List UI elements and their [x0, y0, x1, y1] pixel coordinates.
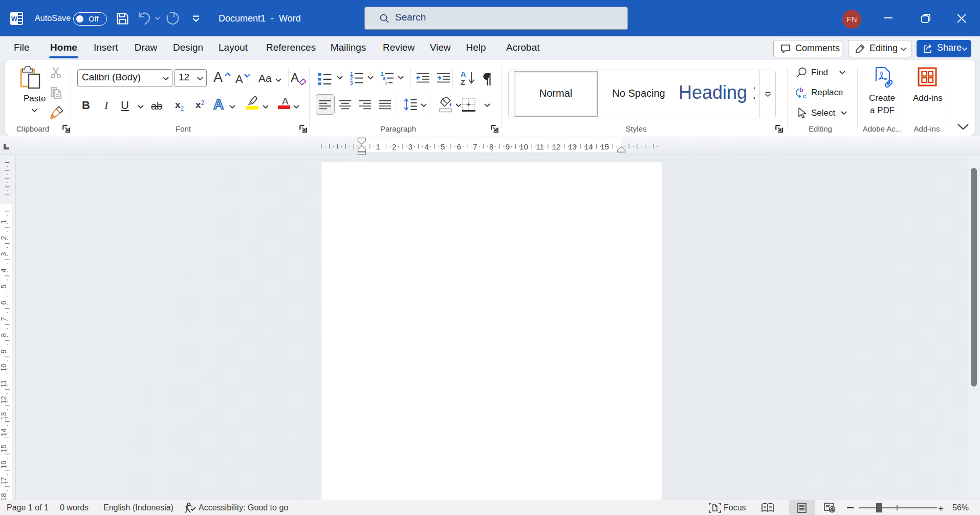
- svg-text:13: 13: [568, 142, 577, 151]
- svg-text:11: 11: [536, 142, 544, 151]
- svg-text:10: 10: [0, 363, 8, 372]
- svg-text:18: 18: [0, 493, 8, 500]
- svg-text:15: 15: [0, 444, 8, 453]
- svg-text:4: 4: [424, 142, 428, 151]
- svg-text:3: 3: [350, 80, 353, 86]
- svg-text:14: 14: [0, 428, 8, 437]
- svg-text:7: 7: [0, 317, 8, 321]
- svg-text:10: 10: [519, 142, 528, 151]
- svg-text:9: 9: [0, 349, 8, 353]
- svg-text:2: 2: [0, 236, 8, 240]
- svg-text:2: 2: [392, 142, 396, 151]
- svg-text:1: 1: [376, 142, 380, 151]
- svg-text:11: 11: [0, 380, 8, 388]
- svg-text:8: 8: [0, 333, 8, 337]
- svg-text:17: 17: [0, 477, 8, 485]
- svg-text:1: 1: [0, 220, 8, 224]
- svg-text:5: 5: [441, 142, 445, 151]
- svg-text:12: 12: [0, 396, 8, 404]
- svg-text:9: 9: [506, 142, 510, 151]
- svg-text:5: 5: [0, 285, 8, 289]
- svg-text:A: A: [461, 70, 466, 78]
- svg-text:8: 8: [489, 142, 493, 151]
- svg-text:12: 12: [552, 142, 560, 151]
- svg-text:15: 15: [600, 142, 609, 151]
- svg-text:6: 6: [457, 142, 461, 151]
- svg-text:6: 6: [0, 301, 8, 305]
- svg-text:4: 4: [0, 268, 8, 272]
- svg-text:i: i: [385, 80, 387, 86]
- svg-text:W: W: [11, 15, 18, 23]
- svg-text:3: 3: [408, 142, 412, 151]
- svg-text:c: c: [803, 93, 807, 99]
- svg-text:3: 3: [0, 252, 8, 256]
- svg-text:7: 7: [473, 142, 477, 151]
- svg-text:16: 16: [0, 461, 8, 469]
- svg-text:14: 14: [584, 142, 593, 151]
- svg-text:Z: Z: [461, 78, 465, 85]
- svg-text:13: 13: [0, 412, 8, 420]
